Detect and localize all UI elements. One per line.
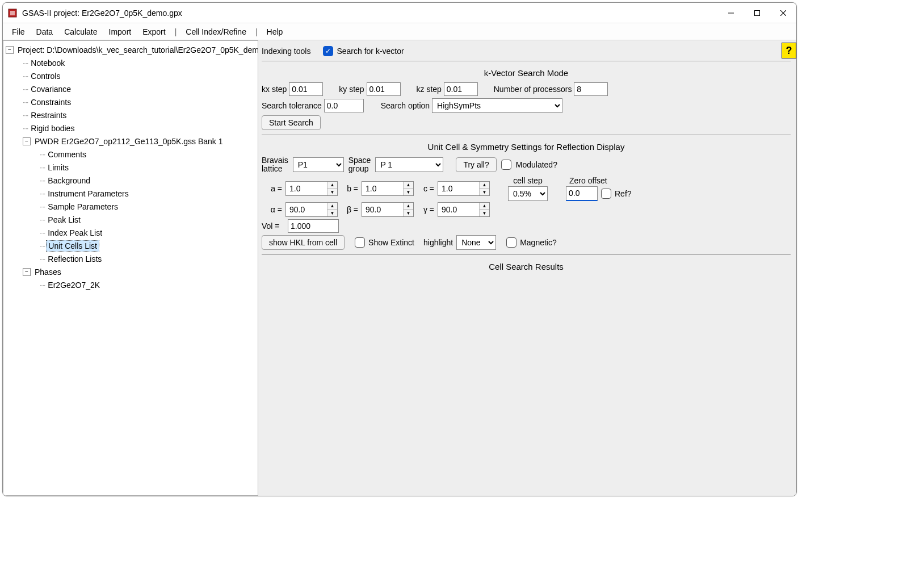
kx-step-input[interactable] bbox=[289, 82, 323, 96]
separator bbox=[262, 61, 791, 61]
beta-input[interactable]: ▲▼ bbox=[362, 202, 414, 217]
tree-comments[interactable]: Comments bbox=[46, 149, 88, 160]
c-input[interactable]: ▲▼ bbox=[438, 181, 490, 196]
cell-search-results-heading: Cell Search Results bbox=[262, 260, 791, 274]
close-button[interactable] bbox=[770, 3, 796, 23]
menu-help[interactable]: Help bbox=[261, 25, 289, 39]
start-search-button[interactable]: Start Search bbox=[262, 115, 321, 130]
highlight-select[interactable]: None bbox=[456, 235, 496, 250]
menu-separator: | bbox=[171, 27, 180, 36]
show-hkl-button[interactable]: show HKL from cell bbox=[262, 235, 345, 250]
kx-step-label: kx step bbox=[262, 85, 287, 94]
app-icon bbox=[7, 8, 18, 18]
alpha-input[interactable]: ▲▼ bbox=[285, 202, 338, 217]
tree-restraints[interactable]: Restraints bbox=[29, 110, 68, 120]
gamma-input[interactable]: ▲▼ bbox=[438, 202, 490, 217]
window-title: GSAS-II project: Er2Ge2O7_0p5K_demo.gpx bbox=[22, 9, 182, 18]
tree-index-peak-list[interactable]: Index Peak List bbox=[46, 228, 104, 238]
ref-checkbox[interactable] bbox=[601, 189, 611, 199]
titlebar: GSAS-II project: Er2Ge2O7_0p5K_demo.gpx bbox=[3, 3, 796, 23]
separator bbox=[262, 135, 791, 135]
collapse-icon[interactable]: − bbox=[23, 137, 31, 145]
highlight-label: highlight bbox=[423, 238, 453, 247]
bravais-label: Bravais bbox=[262, 156, 288, 165]
tree-reflection-lists[interactable]: Reflection Lists bbox=[46, 254, 103, 264]
num-processors-label: Number of processors bbox=[494, 85, 572, 94]
tree-unit-cells-list[interactable]: Unit Cells List bbox=[46, 240, 99, 252]
zero-offset-label: Zero offset bbox=[566, 176, 607, 185]
space-group-label2: group bbox=[348, 165, 371, 173]
spin-down-icon[interactable]: ▼ bbox=[404, 189, 413, 195]
search-option-label: Search option bbox=[381, 101, 430, 110]
minimize-button[interactable] bbox=[718, 3, 744, 23]
spin-up-icon[interactable]: ▲ bbox=[327, 182, 337, 189]
collapse-icon[interactable]: − bbox=[6, 46, 14, 54]
spin-up-icon[interactable]: ▲ bbox=[404, 203, 413, 210]
beta-label: β = bbox=[341, 205, 358, 214]
num-processors-input[interactable] bbox=[574, 82, 608, 96]
tree-instrument-parameters[interactable]: Instrument Parameters bbox=[46, 189, 130, 199]
menu-export[interactable]: Export bbox=[137, 25, 171, 39]
zero-offset-input[interactable] bbox=[566, 186, 598, 201]
project-tree-pane[interactable]: − Project: D:\Downloads\k_vec_search_tut… bbox=[3, 40, 258, 496]
a-input[interactable]: ▲▼ bbox=[285, 181, 338, 196]
tree-limits[interactable]: Limits bbox=[46, 162, 70, 173]
tree-phases[interactable]: Phases bbox=[33, 267, 63, 277]
tree-peak-list[interactable]: Peak List bbox=[46, 215, 82, 225]
modulated-checkbox[interactable] bbox=[501, 160, 511, 170]
space-group-label: Space bbox=[348, 156, 371, 165]
tree-sample-parameters[interactable]: Sample Parameters bbox=[46, 202, 120, 212]
show-extinct-checkbox[interactable] bbox=[355, 237, 365, 248]
menu-calculate[interactable]: Calculate bbox=[58, 25, 103, 39]
spin-up-icon[interactable]: ▲ bbox=[480, 203, 489, 210]
spin-down-icon[interactable]: ▼ bbox=[404, 210, 413, 216]
space-group-select[interactable]: P 1 bbox=[375, 157, 443, 172]
gamma-label: γ = bbox=[417, 205, 434, 214]
menu-import[interactable]: Import bbox=[103, 25, 137, 39]
kz-step-input[interactable] bbox=[444, 82, 478, 96]
separator bbox=[262, 254, 791, 255]
menu-file[interactable]: File bbox=[6, 25, 31, 39]
magnetic-checkbox[interactable] bbox=[506, 237, 516, 248]
a-label: a = bbox=[262, 184, 282, 193]
tree-notebook[interactable]: Notebook bbox=[29, 58, 66, 68]
indexing-tools-label: Indexing tools bbox=[262, 47, 310, 56]
tree-pwdr[interactable]: PWDR Er2Ge2O7_op2112_Ge113_0p5K.gss Bank… bbox=[33, 136, 225, 147]
cell-step-select[interactable]: 0.5% bbox=[508, 186, 548, 201]
bravais-label2: lattice bbox=[262, 165, 288, 173]
alpha-label: α = bbox=[262, 205, 282, 214]
help-icon[interactable]: ? bbox=[782, 43, 796, 58]
bravais-lattice-select[interactable]: P1 bbox=[293, 157, 344, 172]
search-option-select[interactable]: HighSymPts bbox=[432, 98, 562, 113]
try-all-button[interactable]: Try all? bbox=[456, 157, 496, 172]
modulated-label: Modulated? bbox=[516, 160, 557, 169]
search-kvector-checkbox[interactable]: ✓ bbox=[323, 46, 333, 56]
ref-label: Ref? bbox=[615, 189, 632, 198]
spin-down-icon[interactable]: ▼ bbox=[480, 189, 489, 195]
spin-up-icon[interactable]: ▲ bbox=[327, 203, 337, 210]
ky-step-input[interactable] bbox=[367, 82, 401, 96]
vol-output bbox=[288, 219, 339, 233]
tree-constraints[interactable]: Constraints bbox=[29, 97, 73, 107]
spin-down-icon[interactable]: ▼ bbox=[327, 210, 337, 216]
spin-up-icon[interactable]: ▲ bbox=[480, 182, 489, 189]
search-tolerance-input[interactable] bbox=[324, 99, 364, 112]
c-label: c = bbox=[417, 184, 434, 193]
tree-covariance[interactable]: Covariance bbox=[29, 84, 73, 94]
collapse-icon[interactable]: − bbox=[23, 268, 31, 276]
maximize-button[interactable] bbox=[744, 3, 770, 23]
tree-controls[interactable]: Controls bbox=[29, 71, 62, 81]
tree-project[interactable]: Project: D:\Downloads\k_vec_search_tutor… bbox=[16, 45, 258, 55]
menubar: File Data Calculate Import Export | Cell… bbox=[3, 23, 796, 40]
tree-rigid-bodies[interactable]: Rigid bodies bbox=[29, 123, 76, 133]
unit-cell-heading: Unit Cell & Symmetry Settings for Reflec… bbox=[262, 140, 791, 154]
spin-up-icon[interactable]: ▲ bbox=[404, 182, 413, 189]
tree-background[interactable]: Background bbox=[46, 175, 92, 186]
b-input[interactable]: ▲▼ bbox=[362, 181, 414, 196]
spin-down-icon[interactable]: ▼ bbox=[480, 210, 489, 216]
spin-down-icon[interactable]: ▼ bbox=[327, 189, 337, 195]
menu-cell-index-refine[interactable]: Cell Index/Refine bbox=[180, 25, 252, 39]
menu-data[interactable]: Data bbox=[31, 25, 59, 39]
svg-rect-3 bbox=[755, 10, 760, 15]
tree-phase-item[interactable]: Er2Ge2O7_2K bbox=[46, 280, 102, 290]
